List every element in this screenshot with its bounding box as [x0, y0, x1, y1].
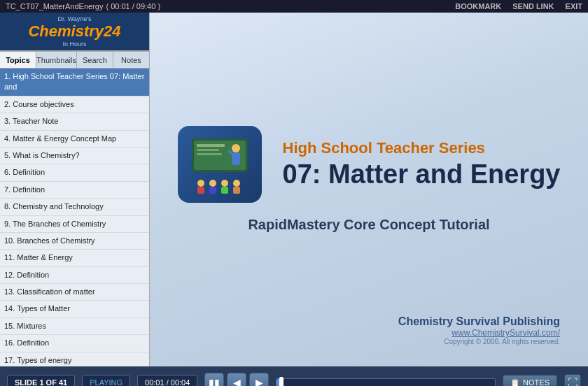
- sidebar-item[interactable]: 6. Definition: [0, 164, 149, 181]
- sidebar-item[interactable]: 4. Matter & Energy Concept Map: [0, 131, 149, 148]
- main-layout: Dr. Wayne's Chemistry24 In Hours Topics …: [0, 13, 588, 366]
- sidebar-item[interactable]: 3. Teacher Note: [0, 113, 149, 130]
- exit-button[interactable]: EXIT: [566, 2, 582, 10]
- tab-thumbnails[interactable]: Thumbnails: [36, 52, 77, 68]
- svg-point-12: [221, 180, 228, 187]
- publisher-name: Chemistry Survival Publishing: [398, 315, 560, 328]
- sidebar-tabs: Topics Thumbnails Search Notes: [0, 52, 149, 69]
- svg-rect-9: [197, 187, 204, 194]
- tab-topics[interactable]: Topics: [0, 52, 36, 68]
- svg-point-8: [197, 180, 204, 187]
- sidebar-item[interactable]: 7. Definition: [0, 182, 149, 199]
- sidebar-list-wrapper: 1. High School Teacher Series 07: Matter…: [0, 69, 149, 366]
- logo-brand: Chemistry24: [28, 22, 120, 41]
- slide-main-title: 07: Matter and Energy: [283, 160, 561, 190]
- sidebar-item[interactable]: 2. Course objectives: [0, 96, 149, 113]
- svg-point-5: [232, 144, 240, 152]
- logo-text: Dr. Wayne's Chemistry24 In Hours: [28, 15, 120, 48]
- sidebar-item[interactable]: 5. What is Chemistry?: [0, 148, 149, 164]
- playing-label: PLAYING: [82, 375, 130, 386]
- publisher-url[interactable]: www.ChemistrySurvival.com/: [398, 328, 560, 338]
- slide-footer: Chemistry Survival Publishing www.Chemis…: [398, 315, 560, 345]
- slide-content: High School Teacher Series 07: Matter an…: [164, 27, 574, 352]
- svg-point-14: [233, 180, 240, 187]
- sidebar-item[interactable]: 12. Definition: [0, 267, 149, 284]
- sidebar-item[interactable]: 8. Chemistry and Technology: [0, 199, 149, 215]
- sidebar-item[interactable]: 17. Types of energy: [0, 352, 149, 366]
- slide-icon: [178, 126, 262, 203]
- teacher-illustration: [188, 133, 251, 196]
- logo-area: Dr. Wayne's Chemistry24 In Hours: [0, 13, 149, 52]
- sidebar-item[interactable]: 16. Definition: [0, 335, 149, 352]
- svg-point-10: [209, 180, 216, 187]
- slide-header: High School Teacher Series 07: Matter an…: [178, 126, 561, 203]
- presentation-title: TC_CT07_MatterAndEnergy: [6, 2, 103, 10]
- expand-button[interactable]: ⛶: [564, 374, 581, 386]
- svg-rect-15: [233, 187, 240, 194]
- top-bar-left: TC_CT07_MatterAndEnergy ( 00:01 / 09:40 …: [6, 2, 160, 10]
- notes-button[interactable]: 📋 NOTES: [503, 375, 557, 387]
- progress-bar[interactable]: [276, 378, 496, 386]
- logo-tagline: In Hours: [28, 41, 120, 48]
- tab-notes[interactable]: Notes: [113, 52, 149, 68]
- sidebar-item[interactable]: 11. Matter & Energy: [0, 250, 149, 266]
- sendlink-button[interactable]: SEND LINK: [512, 2, 554, 10]
- prev-button[interactable]: ◀: [227, 373, 246, 386]
- presentation-time: ( 00:01 / 09:40 ): [106, 2, 160, 10]
- tab-search[interactable]: Search: [77, 52, 113, 68]
- progress-thumb: [279, 377, 284, 386]
- publisher-copyright: Copyright © 2006. All rights reserved.: [398, 338, 560, 345]
- sidebar-list: 1. High School Teacher Series 07: Matter…: [0, 69, 149, 366]
- svg-rect-2: [197, 144, 225, 147]
- pause-button[interactable]: ▮▮: [204, 373, 224, 386]
- notes-label: NOTES: [523, 378, 550, 386]
- slide-series-title: High School Teacher Series: [283, 139, 561, 157]
- svg-rect-3: [197, 149, 219, 151]
- slide-title-area: High School Teacher Series 07: Matter an…: [283, 139, 561, 190]
- sidebar-item[interactable]: 10. Branches of Chemistry: [0, 233, 149, 250]
- sidebar-item[interactable]: 13. Classification of matter: [0, 284, 149, 301]
- bottom-bar: SLIDE 1 OF 41 PLAYING 00:01 / 00:04 ▮▮ ◀…: [0, 366, 588, 386]
- bookmark-button[interactable]: BOOKMARK: [455, 2, 501, 10]
- top-bar: TC_CT07_MatterAndEnergy ( 00:01 / 09:40 …: [0, 0, 588, 13]
- next-button[interactable]: ▶: [249, 373, 269, 386]
- content-area: High School Teacher Series 07: Matter an…: [150, 13, 588, 366]
- svg-rect-11: [209, 187, 216, 194]
- playback-controls: ▮▮ ◀ ▶: [204, 373, 269, 386]
- notes-icon: 📋: [510, 378, 520, 387]
- top-bar-right: BOOKMARK SEND LINK EXIT: [455, 2, 582, 10]
- slide-subtitle: RapidMastery Core Concept Tutorial: [248, 217, 489, 233]
- sidebar-item[interactable]: 15. Mixtures: [0, 318, 149, 335]
- sidebar-item[interactable]: 14. Types of Matter: [0, 301, 149, 317]
- sidebar-item[interactable]: 9. The Branches of Chemistry: [0, 216, 149, 233]
- svg-rect-13: [221, 187, 228, 194]
- slide-counter: SLIDE 1 OF 41: [7, 375, 75, 386]
- logo-drwaynes: Dr. Wayne's: [28, 15, 120, 22]
- sidebar: Dr. Wayne's Chemistry24 In Hours Topics …: [0, 13, 150, 366]
- sidebar-item[interactable]: 1. High School Teacher Series 07: Matter…: [0, 69, 149, 96]
- time-display: 00:01 / 00:04: [137, 375, 197, 386]
- svg-rect-4: [197, 153, 222, 155]
